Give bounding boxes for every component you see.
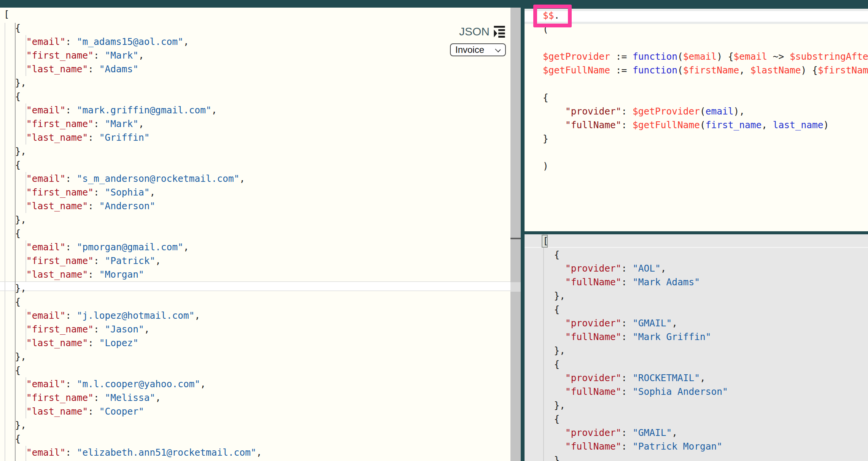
code-segment: $getProvider (633, 106, 700, 117)
code-line: "email": "j.lopez@hotmail.com", (0, 309, 510, 323)
code-line: "first_name": "Patrick", (0, 254, 510, 268)
code-segment: "Jason" (105, 324, 144, 335)
code-line: }, (0, 281, 510, 295)
code-line: { (0, 432, 510, 446)
code-segment: { (4, 228, 21, 239)
code-segment: ( (677, 65, 683, 76)
code-segment: }, (543, 345, 565, 356)
code-segment: "GMAIL" (633, 318, 672, 329)
code-segment: { (4, 159, 21, 170)
code-segment: $firstName (818, 65, 868, 76)
code-segment: first_name (706, 119, 762, 130)
code-line: }, (0, 350, 510, 364)
results-panel[interactable]: [ { "provider": "AOL", "fullName": "Mark… (525, 234, 868, 461)
code-segment: "m_adams15@aol.com" (77, 36, 183, 47)
code-segment: : (622, 427, 633, 438)
code-segment: { (543, 304, 560, 315)
code-segment: : (94, 392, 105, 403)
input-json-editor[interactable]: [ { "email": "m_adams15@aol.com", "first… (0, 8, 510, 461)
code-segment: $email (683, 51, 717, 62)
code-segment: $firstName (683, 65, 739, 76)
code-segment: ) { (717, 51, 733, 62)
code-line: "first_name": "Melissa", (0, 391, 510, 405)
code-segment: : (88, 406, 99, 417)
code-segment: "AOL" (633, 263, 661, 274)
code-line: $$. (525, 9, 868, 22)
code-line (525, 36, 868, 50)
code-line: "first_name": "Mark", (0, 49, 510, 62)
code-segment: }, (4, 283, 26, 294)
code-segment: "mark.griffin@gmail.com" (77, 105, 211, 116)
code-segment: ( (700, 106, 706, 117)
code-line: { (525, 303, 868, 316)
code-segment: : (622, 318, 633, 329)
code-line: "fullName": "Mark Adams" (525, 275, 868, 289)
code-segment: { (4, 22, 21, 33)
code-segment: { (543, 413, 560, 424)
code-line: "last_name": "Anderson" (0, 199, 510, 213)
code-segment: : (65, 378, 77, 389)
code-segment: : (65, 447, 77, 458)
code-segment: , (672, 427, 677, 438)
code-segment: }, (543, 290, 565, 301)
code-segment: ) (823, 119, 829, 130)
code-segment: "first_name" (4, 255, 94, 266)
code-line: "provider": "AOL", (525, 262, 868, 275)
code-line: { (0, 364, 510, 377)
code-segment: "fullName" (543, 119, 622, 130)
code-segment: "Patrick" (105, 255, 156, 266)
dataset-select[interactable]: Invoice (450, 43, 506, 56)
code-line: { (525, 91, 868, 105)
code-line: "provider": "GMAIL", (525, 316, 868, 330)
code-segment: , (155, 392, 161, 403)
code-segment: : (622, 277, 633, 288)
code-segment: function (633, 51, 677, 62)
code-line: "email": "m.l.cooper@yahoo.com", (0, 377, 510, 391)
code-line: [ (0, 8, 510, 21)
expression-editor[interactable]: $$.($getProvider := function($email) {$e… (525, 9, 868, 231)
code-line (525, 146, 868, 159)
code-segment: "Morgan" (99, 269, 144, 280)
code-line: "first_name": "Mark", (0, 117, 510, 131)
code-segment: }, (4, 146, 26, 157)
code-segment: "Anderson" (99, 200, 156, 211)
vertical-split-divider[interactable] (521, 0, 525, 461)
code-segment: : (65, 36, 77, 47)
code-segment: { (4, 433, 21, 444)
code-segment: : (622, 372, 633, 383)
code-segment: "provider" (543, 106, 622, 117)
code-line: { (0, 227, 510, 240)
format-indent-icon[interactable] (493, 25, 506, 38)
code-segment: { (4, 365, 21, 376)
code-line: }, (0, 76, 510, 90)
code-line: }, (0, 418, 510, 432)
code-segment: "Mark Adams" (633, 277, 700, 288)
code-segment: : (94, 50, 105, 61)
code-segment: : (65, 310, 77, 321)
code-segment: "email" (4, 242, 65, 253)
code-segment: , (138, 118, 144, 129)
code-line: }, (525, 453, 868, 461)
code-segment: last_name (773, 119, 823, 130)
code-segment: "Cooper" (99, 406, 144, 417)
code-segment: "last_name" (4, 132, 88, 143)
code-segment: "provider" (543, 318, 622, 329)
code-line: ) (525, 159, 868, 173)
code-line: }, (525, 399, 868, 412)
code-segment: $getFullName (633, 119, 700, 130)
code-segment: "provider" (543, 263, 622, 274)
code-segment: : (622, 331, 633, 342)
code-segment: : (88, 132, 99, 143)
code-segment: "Sophia Anderson" (633, 386, 728, 397)
horizontal-split-divider[interactable] (525, 231, 868, 234)
code-line: "provider": $getProvider(email), (525, 105, 868, 118)
left-editor-scrollbar[interactable] (510, 8, 521, 461)
code-segment: "email" (4, 105, 65, 116)
code-segment: "Adams" (99, 64, 138, 75)
code-line: { (0, 295, 510, 309)
code-segment: , (195, 310, 200, 321)
code-segment: , (183, 242, 189, 253)
code-segment: , (138, 50, 144, 61)
code-line: "provider": "GMAIL", (525, 426, 868, 440)
chevron-down-icon (495, 46, 501, 52)
